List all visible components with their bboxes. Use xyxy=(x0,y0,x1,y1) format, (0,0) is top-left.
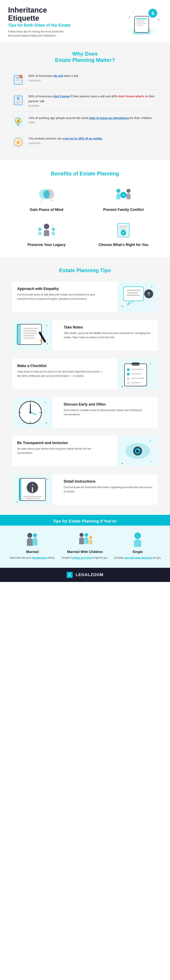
svg-text:Z: Z xyxy=(68,573,71,577)
svg-rect-2 xyxy=(136,18,147,19)
legalzoom-logo: Z LEGALZOOM xyxy=(66,572,104,578)
svg-text:✦: ✦ xyxy=(121,305,123,307)
svg-text:$: $ xyxy=(151,11,154,16)
category-desc: Consider who will make decisions for you… xyxy=(114,556,161,560)
tip-title: Take Notes xyxy=(64,325,153,329)
tip-title: Detail Instructions xyxy=(64,479,153,484)
svg-rect-13 xyxy=(16,79,20,79)
svg-rect-42 xyxy=(119,228,126,228)
married-children-icon xyxy=(76,532,94,548)
category-desc: Decide if setting up a trust is right fo… xyxy=(62,556,108,560)
stat-content: 74% of working age people around the wor… xyxy=(28,116,153,124)
svg-rect-46 xyxy=(123,287,144,301)
tip-text: Approach with Empathy Communicate plans … xyxy=(12,282,111,306)
source-label: Brookdale xyxy=(28,104,158,107)
choose-right-icon xyxy=(111,220,135,240)
svg-text:✦: ✦ xyxy=(52,225,53,226)
peace-of-mind-icon: ✦ ✦ xyxy=(35,185,59,205)
svg-rect-49 xyxy=(126,294,140,296)
svg-rect-103 xyxy=(19,478,21,501)
svg-point-111 xyxy=(27,533,32,538)
tip-description: Keep track of what you've done so far an… xyxy=(17,370,106,378)
benefits-section: Benefits of Estate Planning ✦ ✦ Gain Pea… xyxy=(0,161,170,257)
benefit-label: Gain Peace of Mind xyxy=(30,208,63,212)
svg-rect-108 xyxy=(25,498,39,499)
svg-rect-107 xyxy=(23,496,41,497)
svg-text:✦: ✦ xyxy=(151,460,153,463)
tips-heading: Estate Planning Tips xyxy=(12,267,158,274)
why-heading: Why Does Estate Planning Matter? xyxy=(12,51,158,63)
benefit-label: Preserve Your Legacy xyxy=(28,243,65,247)
svg-rect-76 xyxy=(131,378,144,379)
svg-text:VS: VS xyxy=(122,194,125,196)
svg-rect-57 xyxy=(23,328,38,329)
svg-text:?: ? xyxy=(17,97,19,100)
tip-text: Discuss Early and Often Don't wait for a… xyxy=(59,397,158,422)
svg-point-37 xyxy=(52,228,55,231)
svg-rect-77 xyxy=(127,382,129,384)
svg-text:✦: ✦ xyxy=(47,343,48,345)
stat-icon-inheritance: 💰 xyxy=(12,116,24,128)
stat-content: The probate process can cost up to 10% o… xyxy=(28,136,103,145)
source-label: LegalZoom xyxy=(28,142,103,145)
svg-rect-20 xyxy=(16,102,21,102)
svg-rect-3 xyxy=(136,21,144,21)
footer: Z LEGALZOOM xyxy=(0,568,170,582)
category-desc: Determine who your beneficiaries will be… xyxy=(10,556,55,560)
svg-rect-61 xyxy=(23,337,35,339)
prevent-conflict-icon: VS xyxy=(111,185,135,205)
tip-illustration: ? ✦ ✦ xyxy=(117,282,158,312)
svg-text:✓: ✓ xyxy=(128,369,129,371)
tip-title: Discuss Early and Often xyxy=(64,402,153,407)
stat-item: ✗ 68% of Americans do not have a will. C… xyxy=(12,69,158,90)
svg-rect-24 xyxy=(17,124,20,126)
categories-grid: Married Determine who your beneficiaries… xyxy=(8,532,162,560)
svg-text:✦: ✦ xyxy=(41,200,42,202)
svg-text:✦: ✦ xyxy=(150,440,151,442)
tip-illustration: ✦ ✦ xyxy=(12,320,53,351)
tip-title: Approach with Empathy xyxy=(17,287,106,291)
svg-text:✦: ✦ xyxy=(151,285,153,288)
svg-rect-68 xyxy=(132,362,140,366)
svg-rect-41 xyxy=(119,226,128,227)
svg-rect-75 xyxy=(127,377,129,380)
stat-item: The probate process can cost up to 10% o… xyxy=(12,132,158,152)
svg-rect-58 xyxy=(23,330,36,331)
source-label: Caring.com xyxy=(28,79,79,82)
tip-text: Detail Instructions Communicate the impo… xyxy=(59,474,158,499)
benefit-label: Choose What's Right for You xyxy=(99,243,148,247)
benefit-prevent-conflict: VS Prevent Family Conflict xyxy=(89,185,158,212)
svg-text:✦: ✦ xyxy=(52,200,53,201)
svg-point-97 xyxy=(138,449,139,450)
tip-description: Communicate the important information re… xyxy=(64,485,153,494)
why-section: Why Does Estate Planning Matter? ✗ 68% o… xyxy=(0,43,170,161)
header-text-block: Inheritance Etiquette Tips for Both Side… xyxy=(8,6,73,38)
benefit-label: Prevent Family Conflict xyxy=(103,208,144,212)
category-married-children: Married With Children Decide if setting … xyxy=(61,532,109,560)
category-married: Married Determine who your beneficiaries… xyxy=(8,532,57,560)
subtitle: Tips for Both Sides of the Estate xyxy=(8,23,73,27)
tip-approach-empathy: Approach with Empathy Communicate plans … xyxy=(12,282,158,312)
youre-section: Tips for Estate Planning If You're: xyxy=(0,515,170,526)
stat-item: 💰 74% of working age people around the w… xyxy=(12,111,158,132)
header-illustration: $ ✦ ✦ ✦ xyxy=(121,6,162,38)
tip-text: Make a Checklist Keep track of what you'… xyxy=(12,359,111,383)
svg-text:✓: ✓ xyxy=(128,373,129,375)
tip-transparent: Be Transparent and Inclusive Be open abo… xyxy=(12,436,158,466)
tip-checklist: Make a Checklist Keep track of what you'… xyxy=(12,359,158,389)
svg-point-35 xyxy=(44,224,49,229)
svg-text:✦: ✦ xyxy=(121,462,123,465)
tip-description: Communicate plans to talk about the esta… xyxy=(17,293,106,301)
svg-text:✗: ✗ xyxy=(20,75,22,78)
svg-text:?: ? xyxy=(147,291,150,296)
svg-text:i: i xyxy=(32,483,33,487)
benefits-grid: ✦ ✦ Gain Peace of Mind VS xyxy=(12,185,158,247)
svg-text:✦: ✦ xyxy=(46,422,47,424)
stat-content: 68% of Americans do not have a will. Car… xyxy=(28,73,79,82)
stat-icon-parents: ? xyxy=(12,94,24,106)
svg-rect-59 xyxy=(23,333,38,334)
categories-section: Married Determine who your beneficiaries… xyxy=(0,526,170,568)
tip-detail-instructions: Detail Instructions Communicate the impo… xyxy=(12,474,158,505)
svg-text:✦: ✦ xyxy=(129,16,131,19)
svg-rect-5 xyxy=(136,25,143,25)
